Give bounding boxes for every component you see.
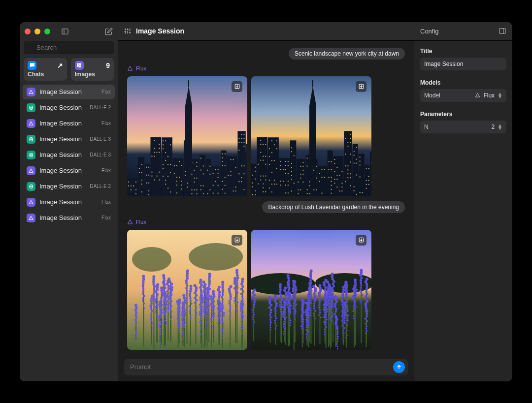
title-input[interactable] (420, 58, 506, 70)
svg-rect-307 (300, 173, 301, 174)
generated-image[interactable] (251, 230, 371, 350)
svg-point-1356 (360, 269, 363, 272)
sidebar-item-session[interactable]: Image SessionFlux (23, 163, 115, 178)
svg-rect-342 (331, 169, 332, 170)
svg-rect-247 (263, 183, 264, 184)
sidebar-item-session[interactable]: Image SessionFlux (23, 116, 115, 131)
svg-point-890 (195, 294, 198, 296)
tab-images[interactable]: 9 Images (71, 58, 114, 81)
svg-point-1679 (330, 306, 332, 308)
svg-point-1690 (268, 306, 271, 309)
svg-rect-259 (271, 160, 272, 161)
sidebar-item-session[interactable]: Image SessionDALL·E 3 (23, 148, 115, 162)
model-select[interactable]: Model Flux ▲▼ (420, 89, 506, 102)
svg-point-1732 (252, 291, 255, 294)
svg-point-1146 (284, 286, 287, 289)
sidebar-item-session[interactable]: Image SessionFlux (23, 211, 115, 225)
sidebar-item-session[interactable]: Image SessionDALL·E 2 (23, 100, 115, 115)
svg-point-1740 (252, 311, 254, 313)
download-icon[interactable] (232, 81, 242, 92)
svg-rect-181 (243, 146, 244, 147)
svg-rect-166 (231, 171, 232, 172)
svg-rect-187 (241, 177, 242, 178)
svg-point-639 (241, 298, 243, 300)
svg-rect-306 (302, 169, 303, 170)
svg-point-1671 (328, 285, 331, 288)
svg-point-800 (236, 279, 238, 281)
send-button[interactable] (393, 361, 405, 373)
window-maximize-button[interactable] (44, 29, 50, 34)
sidebar-item-session[interactable]: Image SessionFlux (23, 85, 115, 99)
sidebar-item-session[interactable]: Image SessionFlux (23, 195, 115, 210)
svg-rect-375 (345, 165, 346, 166)
svg-point-1681 (330, 310, 332, 312)
svg-point-707 (210, 298, 213, 301)
svg-rect-280 (285, 169, 286, 170)
generated-image[interactable] (251, 76, 371, 196)
svg-point-1028 (190, 302, 192, 304)
svg-point-1756 (354, 304, 356, 306)
svg-point-538 (235, 307, 236, 309)
svg-point-877 (218, 301, 221, 303)
prompt-bar (124, 359, 408, 375)
svg-point-1057 (206, 302, 209, 304)
svg-point-1668 (306, 336, 307, 338)
svg-point-1369 (360, 302, 361, 303)
svg-rect-329 (316, 189, 317, 190)
svg-point-612 (186, 297, 188, 298)
svg-point-1014 (150, 314, 152, 316)
svg-point-1002 (200, 321, 201, 322)
svg-point-982 (221, 319, 224, 322)
panel-toggle-icon[interactable] (499, 27, 506, 35)
svg-rect-260 (274, 160, 275, 161)
svg-point-932 (159, 303, 162, 306)
svg-point-1085 (204, 295, 207, 297)
sliders-icon[interactable] (124, 28, 131, 34)
generated-image[interactable] (127, 76, 247, 196)
sidebar-item-session[interactable]: Image SessionDALL·E 2 (23, 179, 115, 194)
svg-point-507 (143, 302, 145, 304)
search-input[interactable] (24, 41, 114, 54)
svg-point-1061 (207, 311, 209, 313)
svg-point-1593 (313, 315, 315, 316)
svg-rect-328 (313, 189, 314, 190)
session-label: Image Session (39, 151, 86, 158)
svg-rect-47 (148, 174, 149, 175)
svg-point-968 (157, 301, 159, 303)
svg-point-1747 (354, 281, 357, 284)
svg-point-528 (233, 282, 236, 285)
svg-point-884 (218, 318, 219, 320)
svg-point-602 (186, 272, 189, 275)
download-icon[interactable] (232, 235, 242, 246)
generated-image[interactable] (127, 230, 247, 350)
svg-point-1624 (331, 319, 332, 321)
svg-point-841 (162, 280, 165, 283)
svg-point-1726 (293, 305, 295, 307)
svg-rect-57 (154, 152, 155, 153)
svg-point-1727 (292, 307, 294, 309)
svg-point-863 (169, 303, 171, 305)
svg-rect-68 (162, 137, 172, 196)
download-icon[interactable] (356, 235, 366, 246)
svg-point-618 (200, 283, 203, 286)
n-stepper[interactable]: N 2 ▲▼ (420, 121, 506, 133)
svg-point-862 (169, 301, 171, 303)
svg-point-1695 (269, 319, 271, 321)
window-close-button[interactable] (25, 29, 31, 34)
svg-rect-313 (300, 189, 301, 190)
svg-point-937 (160, 315, 162, 318)
svg-rect-325 (316, 165, 317, 166)
sidebar-toggle-icon[interactable] (61, 28, 69, 35)
compose-icon[interactable] (105, 28, 113, 35)
sidebar-item-session[interactable]: Image SessionDALL·E 3 (23, 132, 115, 147)
svg-point-1526 (280, 296, 282, 298)
svg-point-1024 (189, 292, 191, 295)
prompt-input[interactable] (130, 363, 389, 371)
window-minimize-button[interactable] (34, 29, 40, 34)
tab-chats[interactable]: ↗ Chats (24, 58, 67, 81)
external-link-icon: ↗ (57, 62, 63, 69)
download-icon[interactable] (356, 81, 366, 92)
svg-point-1208 (331, 278, 334, 280)
svg-rect-152 (225, 153, 226, 154)
svg-point-802 (236, 284, 239, 286)
